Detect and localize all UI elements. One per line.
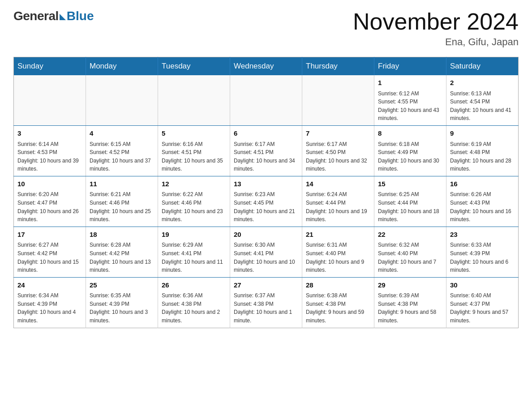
calendar-cell: 29Sunrise: 6:39 AMSunset: 4:38 PMDayligh… bbox=[374, 277, 446, 328]
calendar-cell: 4Sunrise: 6:15 AMSunset: 4:52 PMDaylight… bbox=[86, 126, 158, 176]
day-info: Sunrise: 6:39 AMSunset: 4:38 PMDaylight:… bbox=[378, 291, 442, 325]
day-info: Sunrise: 6:35 AMSunset: 4:39 PMDaylight:… bbox=[90, 291, 154, 325]
day-info: Sunrise: 6:12 AMSunset: 4:55 PMDaylight:… bbox=[378, 90, 442, 123]
day-number: 2 bbox=[450, 78, 515, 88]
day-info: Sunrise: 6:24 AMSunset: 4:44 PMDaylight:… bbox=[306, 190, 370, 223]
calendar-cell: 3Sunrise: 6:14 AMSunset: 4:53 PMDaylight… bbox=[14, 126, 86, 176]
day-number: 18 bbox=[90, 230, 154, 240]
calendar-cell: 8Sunrise: 6:18 AMSunset: 4:49 PMDaylight… bbox=[374, 126, 446, 176]
day-number: 17 bbox=[17, 230, 82, 240]
day-number: 1 bbox=[378, 78, 442, 88]
day-number: 23 bbox=[450, 230, 515, 240]
logo-blue-text: Blue bbox=[67, 9, 94, 23]
weekday-header-sunday: Sunday bbox=[14, 57, 86, 76]
location-title: Ena, Gifu, Japan bbox=[353, 36, 519, 48]
day-info: Sunrise: 6:17 AMSunset: 4:50 PMDaylight:… bbox=[306, 140, 370, 173]
day-number: 9 bbox=[450, 128, 515, 139]
header: General Blue November 2024 Ena, Gifu, Ja… bbox=[13, 9, 519, 48]
day-info: Sunrise: 6:32 AMSunset: 4:40 PMDaylight:… bbox=[378, 241, 442, 274]
calendar-cell: 26Sunrise: 6:36 AMSunset: 4:38 PMDayligh… bbox=[158, 277, 230, 328]
day-number: 27 bbox=[234, 280, 298, 291]
calendar-cell: 19Sunrise: 6:29 AMSunset: 4:41 PMDayligh… bbox=[158, 227, 230, 277]
calendar-cell: 14Sunrise: 6:24 AMSunset: 4:44 PMDayligh… bbox=[302, 176, 374, 227]
weekday-header-thursday: Thursday bbox=[302, 57, 374, 76]
logo-arrow-icon bbox=[60, 14, 66, 20]
day-number: 29 bbox=[378, 280, 442, 291]
day-info: Sunrise: 6:38 AMSunset: 4:38 PMDaylight:… bbox=[306, 291, 370, 325]
calendar-week-1: 1Sunrise: 6:12 AMSunset: 4:55 PMDaylight… bbox=[14, 75, 519, 125]
day-info: Sunrise: 6:27 AMSunset: 4:42 PMDaylight:… bbox=[17, 241, 82, 274]
calendar-cell: 16Sunrise: 6:26 AMSunset: 4:43 PMDayligh… bbox=[446, 176, 519, 227]
weekday-header-friday: Friday bbox=[374, 57, 446, 76]
day-info: Sunrise: 6:26 AMSunset: 4:43 PMDaylight:… bbox=[450, 190, 515, 223]
day-info: Sunrise: 6:28 AMSunset: 4:42 PMDaylight:… bbox=[90, 241, 154, 274]
calendar-cell bbox=[158, 75, 230, 125]
calendar-cell: 7Sunrise: 6:17 AMSunset: 4:50 PMDaylight… bbox=[302, 126, 374, 176]
day-info: Sunrise: 6:16 AMSunset: 4:51 PMDaylight:… bbox=[162, 140, 226, 173]
day-info: Sunrise: 6:34 AMSunset: 4:39 PMDaylight:… bbox=[17, 291, 82, 325]
day-number: 6 bbox=[234, 128, 298, 139]
calendar-cell bbox=[86, 75, 158, 125]
weekday-header-saturday: Saturday bbox=[446, 57, 519, 76]
day-number: 19 bbox=[162, 230, 226, 240]
logo: General Blue bbox=[13, 9, 94, 23]
calendar-cell: 24Sunrise: 6:34 AMSunset: 4:39 PMDayligh… bbox=[14, 277, 86, 328]
month-title: November 2024 bbox=[353, 9, 519, 34]
day-number: 25 bbox=[90, 280, 154, 291]
day-info: Sunrise: 6:25 AMSunset: 4:44 PMDaylight:… bbox=[378, 190, 442, 223]
day-info: Sunrise: 6:13 AMSunset: 4:54 PMDaylight:… bbox=[450, 90, 515, 123]
calendar-cell: 13Sunrise: 6:23 AMSunset: 4:45 PMDayligh… bbox=[230, 176, 302, 227]
day-info: Sunrise: 6:29 AMSunset: 4:41 PMDaylight:… bbox=[162, 241, 226, 274]
day-info: Sunrise: 6:23 AMSunset: 4:45 PMDaylight:… bbox=[234, 190, 298, 223]
title-area: November 2024 Ena, Gifu, Japan bbox=[353, 9, 519, 48]
calendar-cell: 1Sunrise: 6:12 AMSunset: 4:55 PMDaylight… bbox=[374, 75, 446, 125]
calendar-cell: 25Sunrise: 6:35 AMSunset: 4:39 PMDayligh… bbox=[86, 277, 158, 328]
day-info: Sunrise: 6:22 AMSunset: 4:46 PMDaylight:… bbox=[162, 190, 226, 223]
calendar-cell: 23Sunrise: 6:33 AMSunset: 4:39 PMDayligh… bbox=[446, 227, 519, 277]
day-number: 11 bbox=[90, 179, 154, 189]
day-info: Sunrise: 6:20 AMSunset: 4:47 PMDaylight:… bbox=[17, 190, 82, 223]
day-info: Sunrise: 6:40 AMSunset: 4:37 PMDaylight:… bbox=[450, 291, 515, 325]
day-info: Sunrise: 6:19 AMSunset: 4:48 PMDaylight:… bbox=[450, 140, 515, 173]
day-number: 5 bbox=[162, 128, 226, 139]
calendar-header-row: SundayMondayTuesdayWednesdayThursdayFrid… bbox=[14, 57, 519, 76]
day-info: Sunrise: 6:30 AMSunset: 4:41 PMDaylight:… bbox=[234, 241, 298, 274]
day-number: 12 bbox=[162, 179, 226, 189]
day-number: 8 bbox=[378, 128, 442, 139]
day-info: Sunrise: 6:33 AMSunset: 4:39 PMDaylight:… bbox=[450, 241, 515, 274]
day-info: Sunrise: 6:21 AMSunset: 4:46 PMDaylight:… bbox=[90, 190, 154, 223]
day-number: 3 bbox=[17, 128, 82, 139]
calendar-cell: 30Sunrise: 6:40 AMSunset: 4:37 PMDayligh… bbox=[446, 277, 519, 328]
calendar-cell bbox=[14, 75, 86, 125]
day-info: Sunrise: 6:31 AMSunset: 4:40 PMDaylight:… bbox=[306, 241, 370, 274]
day-number: 28 bbox=[306, 280, 370, 291]
calendar-cell: 2Sunrise: 6:13 AMSunset: 4:54 PMDaylight… bbox=[446, 75, 519, 125]
calendar-week-4: 17Sunrise: 6:27 AMSunset: 4:42 PMDayligh… bbox=[14, 227, 519, 277]
day-info: Sunrise: 6:17 AMSunset: 4:51 PMDaylight:… bbox=[234, 140, 298, 173]
calendar-cell: 12Sunrise: 6:22 AMSunset: 4:46 PMDayligh… bbox=[158, 176, 230, 227]
day-number: 10 bbox=[17, 179, 82, 189]
calendar-cell: 11Sunrise: 6:21 AMSunset: 4:46 PMDayligh… bbox=[86, 176, 158, 227]
day-number: 16 bbox=[450, 179, 515, 189]
day-number: 21 bbox=[306, 230, 370, 240]
calendar-cell: 9Sunrise: 6:19 AMSunset: 4:48 PMDaylight… bbox=[446, 126, 519, 176]
day-info: Sunrise: 6:37 AMSunset: 4:38 PMDaylight:… bbox=[234, 291, 298, 325]
weekday-header-tuesday: Tuesday bbox=[158, 57, 230, 76]
day-number: 4 bbox=[90, 128, 154, 139]
calendar-cell: 15Sunrise: 6:25 AMSunset: 4:44 PMDayligh… bbox=[374, 176, 446, 227]
calendar-week-5: 24Sunrise: 6:34 AMSunset: 4:39 PMDayligh… bbox=[14, 277, 519, 328]
calendar-cell: 6Sunrise: 6:17 AMSunset: 4:51 PMDaylight… bbox=[230, 126, 302, 176]
day-number: 24 bbox=[17, 280, 82, 291]
day-number: 15 bbox=[378, 179, 442, 189]
calendar-cell bbox=[230, 75, 302, 125]
day-number: 14 bbox=[306, 179, 370, 189]
calendar-cell bbox=[302, 75, 374, 125]
day-number: 26 bbox=[162, 280, 226, 291]
day-number: 7 bbox=[306, 128, 370, 139]
calendar-table: SundayMondayTuesdayWednesdayThursdayFrid… bbox=[13, 57, 519, 328]
day-info: Sunrise: 6:18 AMSunset: 4:49 PMDaylight:… bbox=[378, 140, 442, 173]
calendar-week-3: 10Sunrise: 6:20 AMSunset: 4:47 PMDayligh… bbox=[14, 176, 519, 227]
day-info: Sunrise: 6:15 AMSunset: 4:52 PMDaylight:… bbox=[90, 140, 154, 173]
weekday-header-monday: Monday bbox=[86, 57, 158, 76]
calendar-cell: 17Sunrise: 6:27 AMSunset: 4:42 PMDayligh… bbox=[14, 227, 86, 277]
